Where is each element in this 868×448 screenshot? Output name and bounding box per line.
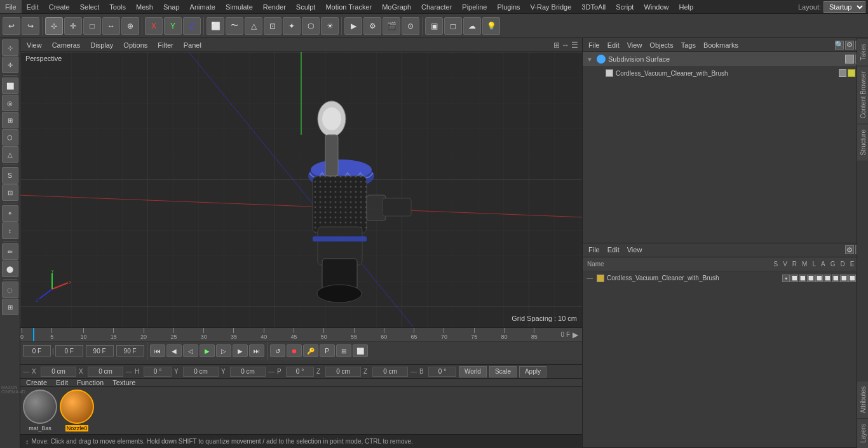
attr-edit-btn[interactable]: Edit [606,246,621,254]
menu-motion-tracker[interactable]: Motion Tracker [320,0,377,13]
vp-panel-btn[interactable]: Panel [181,41,204,49]
attr-icon-3[interactable]: ⬜ [799,275,806,282]
om-item-vacuum[interactable]: Cordless_Vacuum_Cleaner_with_Brush [583,66,868,80]
tab-content-browser[interactable]: Content Browser [857,65,868,123]
viewport-canvas[interactable]: X Y Z Perspective Grid Spacing : 10 cm [20,52,582,327]
attr-icon-6[interactable]: ⬜ [824,275,831,282]
lt-texture-mode-button[interactable]: ◎ [2,95,18,111]
play-btn[interactable]: ▶ [200,344,215,357]
vp-cameras-btn[interactable]: Cameras [50,41,83,49]
menu-character[interactable]: Character [416,0,457,13]
next-frame-btn[interactable]: ▶ [233,344,248,357]
x-size-input[interactable] [88,367,123,377]
om-color-vacuum[interactable] [848,69,855,77]
om-expand-subdivision[interactable]: ▼ [587,56,594,63]
start-frame-input[interactable] [23,345,51,356]
om-vis-vacuum[interactable] [839,69,846,77]
tab-structure[interactable]: Structure [857,124,868,161]
lt-ruler-button[interactable]: ↕ [2,222,18,239]
menu-script[interactable]: Script [611,0,639,13]
loop-btn[interactable]: ↺ [270,344,285,357]
lt-move-button[interactable]: ✛ [2,57,18,73]
attr-settings-btn[interactable]: ⚙ [845,245,854,254]
p-rot-input[interactable] [286,367,314,377]
menu-tools[interactable]: Tools [104,0,131,13]
autokey-btn[interactable]: 🔑 [303,344,318,357]
h-rot-input[interactable] [144,367,172,377]
om-bookmarks-btn[interactable]: Bookmarks [702,41,740,49]
render-to-picture-button[interactable]: 🎬 [383,17,400,35]
material-item-1[interactable]: mat_Bas [23,390,57,431]
scale-button[interactable]: Scale [489,366,517,377]
deformer-button[interactable]: ⊡ [264,17,281,35]
lt-sculpt-button[interactable]: ◌ [2,282,18,298]
b-rot-input[interactable] [428,367,456,377]
add-button[interactable]: ⊕ [121,17,139,35]
menu-snap[interactable]: Snap [158,0,185,13]
attr-icon-9[interactable]: ⬜ [848,275,856,282]
tab-takes[interactable]: Takes [857,38,868,65]
om-objects-btn[interactable]: Objects [648,41,675,49]
next-frame2-btn[interactable]: ▷ [216,344,231,357]
record-btn[interactable]: ⏺ [287,344,302,357]
dope-sheet-btn[interactable]: ⊞ [336,344,351,357]
vp-options-btn[interactable]: Options [121,41,150,49]
timeline-ruler[interactable]: 051015202530354045505560657075808590 0 F… [20,328,582,342]
menu-create[interactable]: Create [44,0,75,13]
vp-view-btn[interactable]: View [24,41,44,49]
x-axis-button[interactable]: X [145,17,163,35]
lt-point-mode-button[interactable]: ⊞ [2,112,18,128]
attr-icon-5[interactable]: ⬜ [815,275,823,282]
menu-animate[interactable]: Animate [185,0,220,13]
select-mode-button[interactable]: ⊹ [45,17,63,35]
om-item-subdivision[interactable]: ▼ Subdivision Surface [583,52,868,66]
lt-tool1-button[interactable]: S [2,167,18,184]
menu-file[interactable]: File [0,0,22,13]
lt-object-mode-button[interactable]: ⬜ [2,78,18,94]
attr-icon-8[interactable]: ⬜ [840,275,848,282]
cube-button[interactable]: ⬜ [207,17,224,35]
lt-tool2-button[interactable]: ⊡ [2,184,18,201]
sky-button[interactable]: ☁ [463,17,481,35]
go-first-frame-btn[interactable]: ⏮ [150,344,165,357]
effector-button[interactable]: ✦ [283,17,301,35]
layout-dropdown[interactable]: Startup [824,1,865,13]
render-settings-button[interactable]: ⚙ [363,17,381,35]
floor-button[interactable]: ▣ [425,17,443,35]
lt-paint-button[interactable]: ⬤ [2,261,18,277]
y-size-input[interactable] [230,367,266,377]
om-file-btn[interactable]: File [587,41,602,49]
viewport-render-button[interactable]: ⊙ [402,17,419,35]
mat-function-btn[interactable]: Function [75,379,105,386]
preview-end-frame-input[interactable] [86,345,114,356]
om-tags-btn[interactable]: Tags [679,41,698,49]
current-frame-input[interactable] [55,345,83,356]
attr-icon-4[interactable]: ⬜ [807,275,815,282]
vp-display-btn[interactable]: Display [88,41,116,49]
mat-thumb-2[interactable] [60,390,94,424]
z-pos-input[interactable] [325,367,361,377]
vp-icon-lock[interactable]: ⊞ [553,41,560,50]
attr-view-btn[interactable]: View [625,246,644,254]
camera-button[interactable]: ⬡ [302,17,320,35]
tab-layers[interactable]: Layers [857,418,868,448]
menu-3dtoall[interactable]: 3DToAll [576,0,611,13]
light2-button[interactable]: 💡 [482,17,500,35]
om-settings-btn[interactable]: ⚙ [845,41,854,50]
menu-select[interactable]: Select [75,0,105,13]
lt-edge-mode-button[interactable]: ⬡ [2,129,18,146]
x-pos-input[interactable] [41,367,76,377]
end-frame-input[interactable] [116,345,144,356]
lt-grid-button[interactable]: ⊞ [2,299,18,315]
render-view-button[interactable]: ▶ [344,17,362,35]
move-button[interactable]: ✛ [64,17,82,35]
spline-button[interactable]: 〜 [226,17,243,35]
light-button[interactable]: ☀ [321,17,339,35]
lt-pointer-button[interactable]: ⊹ [2,39,18,56]
attr-file-btn[interactable]: File [587,246,602,254]
om-view-btn[interactable]: View [625,41,644,49]
menu-mesh[interactable]: Mesh [131,0,158,13]
y-pos-input[interactable] [183,367,219,377]
rotate-button[interactable]: □ [83,17,101,35]
menu-window[interactable]: Window [639,0,674,13]
